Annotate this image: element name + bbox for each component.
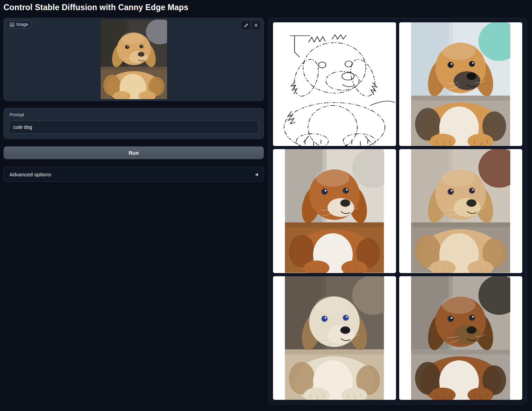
collapse-arrow-icon: ◀ <box>255 172 258 177</box>
gallery-item[interactable] <box>399 22 522 146</box>
generated-image-1 <box>411 22 510 146</box>
prompt-panel: Prompt <box>3 108 264 139</box>
clear-image-button[interactable] <box>252 21 260 29</box>
result-gallery <box>268 18 527 404</box>
prompt-input[interactable] <box>9 120 259 134</box>
generated-image-3 <box>411 149 510 273</box>
app-page: Control Stable Diffusion with Canny Edge… <box>0 0 532 410</box>
gallery-item[interactable] <box>273 22 396 146</box>
generated-image-2 <box>285 149 384 273</box>
prompt-label: Prompt <box>9 112 259 117</box>
generated-image-4 <box>285 276 384 400</box>
image-actions <box>242 21 260 29</box>
run-button[interactable]: Run <box>3 146 264 159</box>
input-image-preview <box>101 20 167 99</box>
canny-edge-image <box>273 22 396 146</box>
gallery-item[interactable] <box>399 276 522 400</box>
page-title: Control Stable Diffusion with Canny Edge… <box>3 3 527 12</box>
image-tab-label: Image <box>16 22 28 27</box>
gallery-item[interactable] <box>399 149 522 273</box>
main-layout: Image <box>3 18 527 404</box>
image-input-component[interactable]: Image <box>3 18 264 101</box>
generated-image-5 <box>411 276 510 400</box>
close-icon <box>254 23 258 28</box>
gallery-item[interactable] <box>273 276 396 400</box>
advanced-options-accordion[interactable]: Advanced options ◀ <box>3 167 264 182</box>
image-icon <box>10 22 14 27</box>
advanced-options-label: Advanced options <box>9 171 51 177</box>
input-column: Image <box>3 18 264 182</box>
image-tab: Image <box>6 20 32 29</box>
edit-image-button[interactable] <box>242 21 250 29</box>
pencil-icon <box>244 23 248 28</box>
gallery-item[interactable] <box>273 149 396 273</box>
